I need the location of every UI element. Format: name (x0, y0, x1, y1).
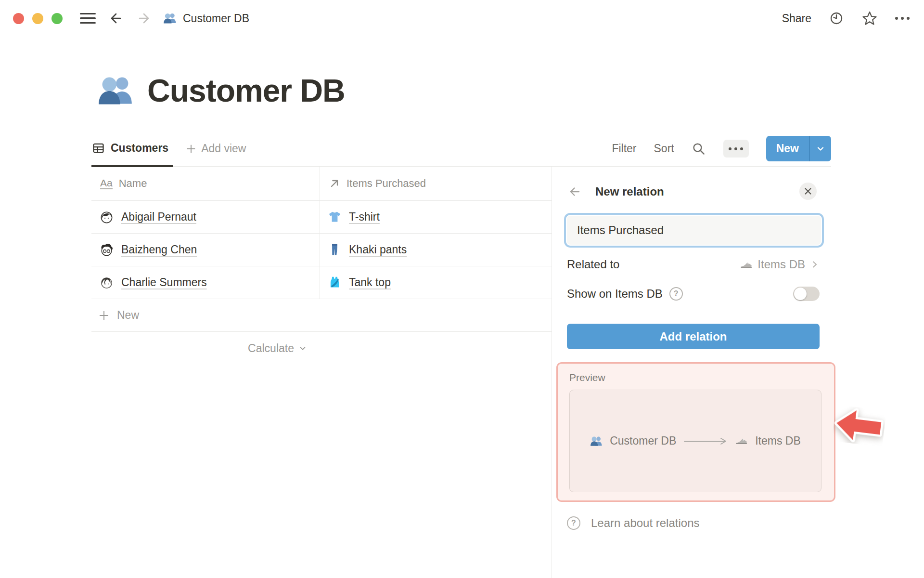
sneaker-emoji-icon (740, 258, 753, 271)
chevron-right-icon (810, 260, 820, 269)
learn-about-relations-link[interactable]: ? Learn about relations (567, 516, 820, 530)
panel-title: New relation (595, 185, 664, 198)
tshirt-emoji-icon (328, 210, 342, 224)
toolbar-controls: Filter Sort New (612, 131, 831, 166)
show-on-row: Show on Items DB ? (567, 283, 820, 304)
arrow-left-icon (108, 11, 124, 26)
avatar-glasses-curly-icon (99, 242, 114, 257)
customers-table: Aa Name Items Purchased Abigail Pernaut (91, 167, 552, 365)
tab-customers[interactable]: Customers (91, 131, 173, 167)
forward-button[interactable] (136, 11, 152, 26)
sneaker-emoji-icon (735, 434, 748, 447)
show-on-toggle[interactable] (793, 287, 820, 301)
table-row: Charlie Summers Tank top (91, 266, 552, 299)
new-relation-panel: New relation Related to Items DB (552, 167, 924, 578)
back-button[interactable] (108, 11, 124, 26)
relation-preview-box: Preview Customer DB (556, 362, 835, 502)
page-link[interactable]: Abigail Pernaut (121, 210, 196, 223)
search-icon[interactable] (692, 142, 706, 156)
new-row-label: New (117, 309, 139, 322)
panel-header: New relation (567, 181, 820, 202)
view-options-button[interactable] (723, 140, 749, 158)
jeans-emoji-icon (328, 243, 342, 257)
page-link[interactable]: Charlie Summers (121, 276, 207, 289)
new-row-button[interactable]: New (91, 299, 552, 332)
plus-icon (186, 144, 196, 154)
name-cell[interactable]: Abigail Pernaut (91, 201, 320, 233)
sort-button[interactable]: Sort (654, 142, 674, 155)
zoom-window-button[interactable] (51, 13, 63, 24)
view-toolbar: Customers Add view Filter Sort New (91, 131, 831, 167)
add-view-button[interactable]: Add view (186, 131, 246, 166)
calculate-button[interactable]: Calculate (91, 332, 320, 365)
help-icon: ? (567, 516, 580, 530)
topbar-actions: Share (782, 10, 910, 26)
show-on-label: Show on Items DB (567, 287, 663, 301)
related-database-selector[interactable]: Items DB (740, 258, 820, 271)
people-emoji-icon (163, 12, 177, 25)
add-relation-button[interactable]: Add relation (567, 324, 820, 349)
close-icon (804, 187, 812, 196)
people-emoji-icon (590, 435, 603, 447)
relation-arrow-icon (329, 178, 340, 189)
relation-cell[interactable]: Khaki pants (320, 234, 552, 266)
updates-clock-icon[interactable] (829, 11, 844, 26)
name-cell[interactable]: Baizheng Chen (91, 234, 320, 266)
long-arrow-right-icon (683, 437, 728, 446)
annotation-arrow-icon (832, 405, 886, 447)
new-button-label[interactable]: New (766, 136, 809, 161)
filter-button[interactable]: Filter (612, 142, 636, 155)
table-row: Abigail Pernaut T-shirt (91, 201, 552, 234)
column-label: Items Purchased (346, 177, 426, 190)
close-window-button[interactable] (13, 13, 24, 24)
favorite-star-icon[interactable] (861, 10, 878, 26)
related-database-name: Items DB (757, 258, 805, 271)
column-header-items-purchased[interactable]: Items Purchased (320, 167, 552, 200)
breadcrumb-title: Customer DB (183, 12, 249, 25)
table-header-row: Aa Name Items Purchased (91, 167, 552, 201)
avatar-curly-doodle-icon (99, 275, 114, 290)
share-button[interactable]: Share (782, 12, 811, 25)
more-options-icon[interactable] (895, 17, 910, 20)
name-cell[interactable]: Charlie Summers (91, 266, 320, 299)
tanktop-emoji-icon (328, 276, 342, 289)
page-link[interactable]: Tank top (349, 276, 391, 289)
preview-card: Customer DB Items DB (569, 390, 821, 492)
close-panel-button[interactable] (799, 183, 817, 200)
learn-label: Learn about relations (591, 516, 700, 530)
relation-cell[interactable]: Tank top (320, 266, 552, 299)
related-to-row[interactable]: Related to Items DB (567, 254, 820, 275)
preview-target-label: Items DB (755, 434, 801, 447)
ellipsis-icon (729, 147, 743, 150)
tab-label: Customers (111, 142, 168, 155)
calculate-label: Calculate (248, 342, 294, 355)
page-title[interactable]: Customer DB (147, 72, 345, 109)
new-record-button[interactable]: New (766, 136, 831, 161)
toggle-knob (794, 288, 807, 300)
notion-window: Customer DB Share Customer DB (0, 0, 924, 578)
title-property-icon: Aa (100, 178, 113, 189)
back-arrow-icon[interactable] (567, 184, 582, 199)
minimize-window-button[interactable] (32, 13, 43, 24)
window-topbar: Customer DB Share (0, 0, 924, 37)
related-to-label: Related to (567, 258, 619, 271)
relation-cell[interactable]: T-shirt (320, 201, 552, 233)
preview-source-label: Customer DB (610, 434, 676, 447)
table-view-icon (92, 142, 104, 154)
page-link[interactable]: Khaki pants (349, 243, 407, 256)
people-emoji-icon (97, 72, 134, 109)
page-link[interactable]: Baizheng Chen (121, 243, 197, 256)
page-link[interactable]: T-shirt (349, 210, 380, 223)
relation-name-input[interactable] (566, 215, 822, 246)
help-icon[interactable]: ? (669, 287, 683, 301)
chevron-down-icon (816, 144, 825, 154)
column-header-name[interactable]: Aa Name (91, 167, 320, 200)
breadcrumb[interactable]: Customer DB (163, 12, 249, 25)
sidebar-menu-icon[interactable] (80, 13, 96, 24)
new-dropdown-button[interactable] (810, 136, 831, 161)
arrow-right-icon (136, 11, 152, 26)
chevron-down-icon (298, 344, 307, 353)
column-label: Name (119, 177, 147, 190)
avatar-woman-bob-icon (99, 210, 114, 224)
preview-label: Preview (569, 372, 834, 383)
